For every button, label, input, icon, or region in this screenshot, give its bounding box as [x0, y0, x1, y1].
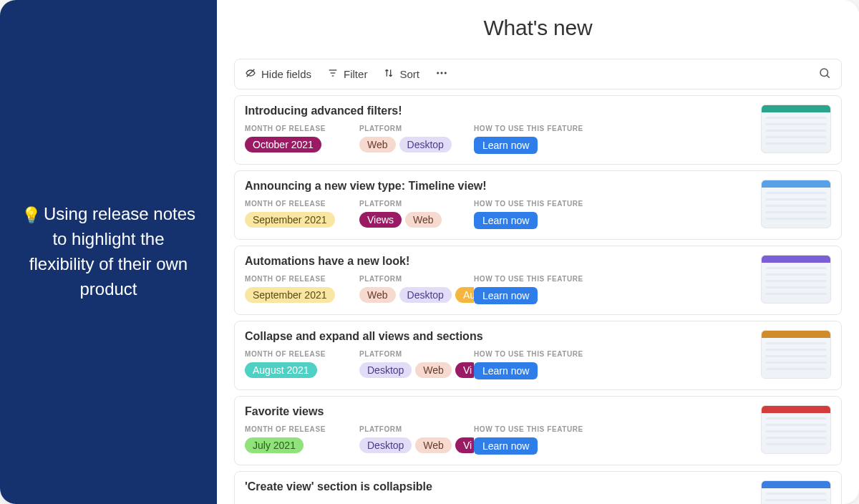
platform-label: PLATFORM — [359, 125, 474, 132]
release-thumbnail — [761, 255, 831, 304]
release-thumbnail — [761, 180, 831, 228]
platform-label: PLATFORM — [359, 425, 474, 433]
month-pill: October 2021 — [245, 137, 321, 152]
release-title: 'Create view' section is collapsible — [245, 480, 752, 493]
annotation-callout: 💡Using release notes to highlight the fl… — [20, 202, 197, 301]
release-card[interactable]: Collapse and expand all views and sectio… — [234, 321, 842, 390]
platform-pill: Vi — [455, 437, 474, 453]
release-title: Introducing advanced filters! — [245, 105, 752, 117]
learn-now-button[interactable]: Learn now — [474, 287, 538, 304]
release-thumbnail — [761, 330, 831, 379]
month-label: MONTH OF RELEASE — [245, 200, 359, 208]
platform-label: PLATFORM — [359, 200, 474, 208]
platform-pill: Web — [415, 362, 452, 378]
release-card[interactable]: Introducing advanced filters!MONTH OF RE… — [234, 95, 842, 165]
platform-pill: Desktop — [359, 437, 412, 453]
month-label: MONTH OF RELEASE — [245, 275, 359, 283]
search-button[interactable] — [818, 67, 831, 82]
learn-now-button[interactable]: Learn now — [474, 137, 538, 154]
svg-line-8 — [827, 75, 830, 78]
howto-label: HOW TO USE THIS FEATURE — [474, 425, 603, 433]
release-card[interactable]: Announcing a new view type: Timeline vie… — [234, 170, 842, 240]
annotation-sidebar: 💡Using release notes to highlight the fl… — [0, 0, 217, 504]
platform-pill: Views — [359, 212, 402, 228]
release-card[interactable]: Favorite viewsMONTH OF RELEASEJuly 2021P… — [234, 396, 842, 465]
release-thumbnail — [761, 480, 831, 504]
release-cards-list: Introducing advanced filters!MONTH OF RE… — [217, 95, 859, 504]
platform-pill: Web — [405, 212, 442, 228]
month-label: MONTH OF RELEASE — [245, 125, 359, 132]
dots-horizontal-icon — [435, 67, 448, 82]
learn-now-button[interactable]: Learn now — [474, 437, 538, 455]
eye-off-icon — [245, 67, 256, 81]
page-title: What's new — [217, 0, 859, 59]
release-title: Announcing a new view type: Timeline vie… — [245, 180, 752, 193]
platform-pill: Desktop — [359, 362, 412, 378]
learn-now-button[interactable]: Learn now — [474, 362, 538, 379]
platform-pill: Web — [359, 137, 396, 152]
filter-icon — [327, 67, 339, 81]
month-pill: September 2021 — [245, 212, 335, 228]
view-toolbar: Hide fields Filter Sort — [234, 59, 842, 89]
howto-label: HOW TO USE THIS FEATURE — [474, 125, 603, 132]
main-panel: What's new Hide fields Filter Sort — [217, 0, 859, 504]
lightbulb-icon: 💡 — [21, 206, 41, 224]
svg-point-4 — [437, 72, 438, 74]
sort-icon — [383, 67, 394, 81]
release-title: Collapse and expand all views and sectio… — [245, 330, 752, 343]
platform-pill: Web — [359, 287, 396, 303]
svg-point-5 — [441, 72, 442, 74]
month-label: MONTH OF RELEASE — [245, 350, 359, 358]
filter-label: Filter — [344, 68, 367, 80]
month-label: MONTH OF RELEASE — [245, 425, 359, 433]
release-title: Favorite views — [245, 405, 752, 418]
release-thumbnail — [761, 105, 831, 153]
platform-label: PLATFORM — [359, 275, 474, 283]
month-pill: July 2021 — [245, 437, 304, 453]
platform-pill: Desktop — [399, 287, 452, 303]
month-pill: August 2021 — [245, 362, 317, 378]
platform-pill: Desktop — [399, 137, 452, 152]
howto-label: HOW TO USE THIS FEATURE — [474, 350, 603, 358]
howto-label: HOW TO USE THIS FEATURE — [474, 200, 603, 208]
learn-now-button[interactable]: Learn now — [474, 212, 538, 229]
month-pill: September 2021 — [245, 287, 335, 303]
sort-label: Sort — [399, 68, 419, 80]
release-thumbnail — [761, 405, 831, 454]
annotation-text: Using release notes to highlight the fle… — [29, 204, 195, 298]
release-card[interactable]: Automations have a new look!MONTH OF REL… — [234, 246, 842, 315]
platform-pill: Web — [415, 437, 452, 453]
more-options-button[interactable] — [435, 67, 448, 82]
howto-label: HOW TO USE THIS FEATURE — [474, 275, 603, 283]
platform-pill: Vi — [455, 362, 474, 378]
filter-button[interactable]: Filter — [327, 67, 367, 81]
sort-button[interactable]: Sort — [383, 67, 419, 81]
release-card[interactable]: 'Create view' section is collapsible — [234, 471, 842, 504]
release-title: Automations have a new look! — [245, 255, 752, 268]
svg-point-7 — [820, 69, 828, 77]
platform-label: PLATFORM — [359, 350, 474, 358]
hide-fields-label: Hide fields — [261, 68, 311, 80]
svg-point-6 — [445, 72, 446, 74]
platform-pill: Au — [455, 287, 474, 303]
hide-fields-button[interactable]: Hide fields — [245, 67, 311, 81]
search-icon — [818, 67, 831, 82]
